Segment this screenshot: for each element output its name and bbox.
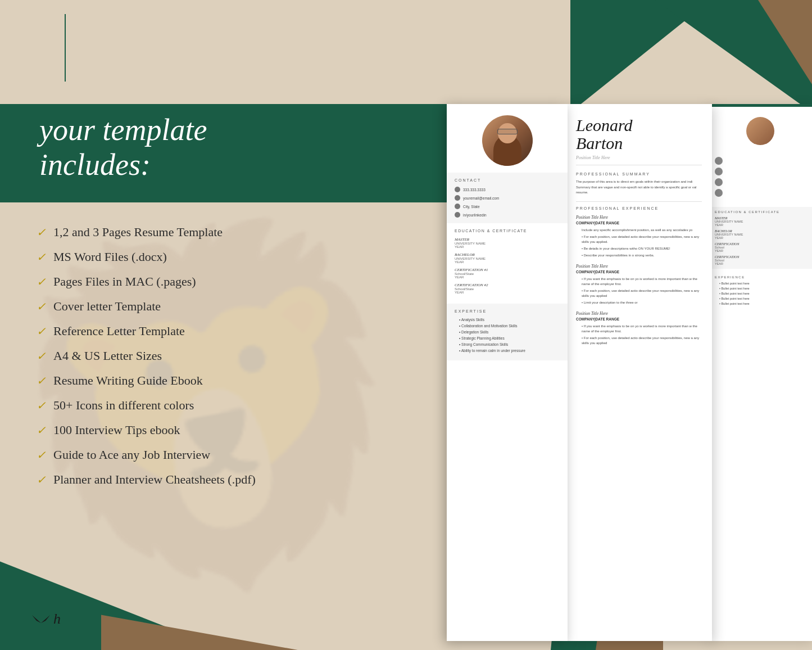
- linkedin-item: in/yourlinkedin: [455, 212, 560, 218]
- cert2: CERTIFICATION #2 School/State YEAR: [455, 283, 560, 294]
- skill-5: • Strong Communication Skills: [455, 342, 560, 346]
- phone-text: 333.333.3333: [463, 188, 486, 192]
- summary-title: PROFESSIONAL SUMMARY: [576, 172, 702, 176]
- check-icon: ✓: [37, 225, 47, 239]
- bullet-2: • For each position, use detailed actio …: [576, 288, 702, 299]
- list-item: ✓ Cover letter Template: [37, 299, 256, 314]
- check-icon: ✓: [37, 399, 47, 412]
- list-item: ✓ 100 Interview Tips ebook: [37, 423, 256, 437]
- bullet-2: • For each position, use detailed actio …: [576, 234, 702, 245]
- expertise-title: EXPERTISE: [455, 309, 560, 313]
- bullet-3: • Be details in your descriptions witho …: [576, 246, 702, 251]
- skill-6: • Ability to remain calm in under pressu…: [455, 349, 560, 353]
- check-icon: ✓: [37, 250, 47, 264]
- resume-page-3: EDUCATION & CERTIFICATE MASTER UNIVERSIT…: [708, 104, 812, 641]
- list-item-text: Guide to Ace any Job Interview: [53, 448, 210, 462]
- skill-4: • Strategic Planning Abilities: [455, 336, 560, 340]
- skill-2: • Collaboration and Motivation Skills: [455, 324, 560, 328]
- education-section: EDUCATION & CERTIFICATE MASTER UNIVERSIT…: [447, 223, 568, 304]
- p3-edu: EDUCATION & CERTIFICATE MASTER UNIVERSIT…: [708, 207, 812, 269]
- bullet-1: • If you want the emphasis to be on yo i…: [576, 324, 702, 334]
- list-item: ✓ 1,2 and 3 Pages Resume Template: [37, 225, 256, 240]
- list-item-text: Reference Letter Template: [53, 324, 185, 338]
- contact-title: CONTACT: [455, 178, 560, 182]
- summary-text: The purpose of this area is to direct em…: [576, 179, 702, 196]
- check-icon: ✓: [37, 275, 47, 288]
- skill-3: • Delegation Skills: [455, 330, 560, 334]
- skill-1: • Analysis Skills: [455, 318, 560, 322]
- template-title-container: your template includes:: [39, 112, 207, 182]
- location-item: City, State: [455, 204, 560, 209]
- list-item-text: MS Word Files (.docx): [53, 250, 167, 264]
- job-1: Position Title Here COMPANY|DATE RANGE I…: [576, 215, 702, 258]
- check-icon: ✓: [37, 349, 47, 363]
- list-item: ✓ Pages Files in MAC (.pages): [37, 274, 256, 289]
- check-icon: ✓: [37, 324, 47, 338]
- list-item-text: 100 Interview Tips ebook: [53, 423, 180, 437]
- expertise-section: EXPERTISE • Analysis Skills • Collaborat…: [447, 304, 568, 360]
- experience-section: PROFESSIONAL EXPERIENCE Position Title H…: [566, 206, 712, 346]
- p3-icons: [708, 152, 812, 207]
- list-item: ✓ Guide to Ace any Job Interview: [37, 448, 256, 462]
- bullet-4: • Describe your responsibilities in o st…: [576, 253, 702, 258]
- check-icon: ✓: [37, 423, 47, 437]
- p3-exp: EXPERIENCE • Bullet point text here • Bu…: [708, 272, 812, 310]
- email-item: youremail@email.com: [455, 195, 560, 201]
- template-title-line2: includes:: [39, 147, 207, 182]
- job-2: Position Title Here COMPANY|DATE RANGE •…: [576, 264, 702, 305]
- list-item-text: 50+ Icons in different colors: [53, 398, 194, 413]
- list-item-text: A4 & US Letter Sizes: [53, 349, 162, 363]
- location-text: City, State: [463, 205, 480, 209]
- logo: h: [31, 611, 61, 628]
- list-item-text: Pages Files in MAC (.pages): [53, 274, 196, 289]
- bullet-1: Include any specific accomplishment posi…: [576, 228, 702, 233]
- list-item: ✓ MS Word Files (.docx): [37, 250, 256, 264]
- resume-page-2: Leonard Barton Position Title Here PROFE…: [566, 104, 712, 641]
- checklist-container: ✓ 1,2 and 3 Pages Resume Template ✓ MS W…: [37, 225, 256, 497]
- resume-page-1: CONTACT 333.333.3333 youremail@email.com…: [447, 104, 568, 641]
- list-item-text: Planner and Interview Cheatsheets (.pdf): [53, 472, 256, 487]
- list-item: ✓ Resume Writing Guide Ebook: [37, 373, 256, 388]
- list-item: ✓ 50+ Icons in different colors: [37, 398, 256, 413]
- list-item-text: Resume Writing Guide Ebook: [53, 373, 203, 388]
- logo-letter: h: [53, 611, 61, 628]
- contact-section: CONTACT 333.333.3333 youremail@email.com…: [447, 173, 568, 223]
- list-item: ✓ A4 & US Letter Sizes: [37, 349, 256, 363]
- list-item-text: 1,2 and 3 Pages Resume Template: [53, 225, 223, 240]
- list-item: ✓ Planner and Interview Cheatsheets (.pd…: [37, 472, 256, 487]
- education-title: EDUCATION & CERTIFICATE: [455, 229, 560, 233]
- resume-name: Leonard Barton Position Title Here: [566, 104, 712, 172]
- resume-photo: [482, 115, 533, 166]
- check-icon: ✓: [37, 374, 47, 387]
- bullet-2: • For each position, use detailed actio …: [576, 336, 702, 346]
- list-item-text: Cover letter Template: [53, 299, 161, 314]
- bullet-3: • Limit your description to the three or: [576, 300, 702, 305]
- check-icon: ✓: [37, 473, 47, 486]
- cert1: CERTIFICATION #1 School/State YEAR: [455, 268, 560, 279]
- phone-item: 333.333.3333: [455, 187, 560, 192]
- template-title-line1: your template: [39, 112, 207, 147]
- degree-master: MASTER UNIVERSITY NAME YEAR: [455, 237, 560, 249]
- job-3: Position Title Here COMPANY|DATE RANGE •…: [576, 311, 702, 346]
- bullet-1: • If you want the emphasis to be on yo i…: [576, 277, 702, 287]
- border-line-left: [65, 14, 66, 82]
- linkedin-text: in/yourlinkedin: [463, 213, 487, 217]
- degree-bachelor: BACHELOR UNIVERSITY NAME YEAR: [455, 252, 560, 264]
- check-icon: ✓: [37, 300, 47, 313]
- check-icon: ✓: [37, 448, 47, 462]
- list-item: ✓ Reference Letter Template: [37, 324, 256, 338]
- logo-wings-icon: [31, 611, 51, 628]
- email-text: youremail@email.com: [463, 196, 499, 200]
- professional-summary-section: PROFESSIONAL SUMMARY The purpose of this…: [566, 172, 712, 201]
- exp-title: PROFESSIONAL EXPERIENCE: [576, 206, 702, 210]
